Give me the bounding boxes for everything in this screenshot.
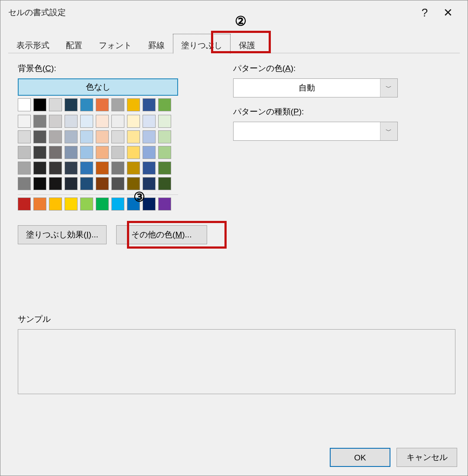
tab-border[interactable]: 罫線 [140, 34, 173, 54]
color-swatch[interactable] [33, 130, 46, 143]
color-swatch[interactable] [80, 115, 93, 128]
color-swatch[interactable] [143, 98, 156, 111]
dialog-footer: OK キャンセル [330, 448, 457, 467]
color-swatch[interactable] [143, 130, 156, 143]
color-swatch[interactable] [111, 162, 124, 175]
color-swatch[interactable] [127, 98, 140, 111]
color-swatch[interactable] [18, 115, 31, 128]
color-swatch[interactable] [65, 162, 78, 175]
color-swatch[interactable] [96, 130, 109, 143]
color-swatch[interactable] [111, 130, 124, 143]
color-swatch[interactable] [158, 130, 171, 143]
color-swatch[interactable] [65, 130, 78, 143]
color-swatch[interactable] [127, 130, 140, 143]
color-swatch[interactable] [49, 115, 62, 128]
color-swatch[interactable] [158, 98, 171, 111]
color-swatch[interactable] [96, 115, 109, 128]
theme-shade-row [18, 146, 207, 159]
color-swatch[interactable] [143, 115, 156, 128]
divider [18, 194, 178, 195]
color-swatch[interactable] [127, 177, 140, 190]
pattern-color-label: パターンの色(A): [233, 63, 455, 74]
color-swatch[interactable] [65, 177, 78, 190]
color-swatch[interactable] [127, 198, 140, 210]
color-swatch[interactable] [111, 146, 124, 159]
color-swatch[interactable] [65, 115, 78, 128]
color-swatch[interactable] [143, 177, 156, 190]
color-swatch[interactable] [96, 198, 109, 210]
color-swatch[interactable] [111, 115, 124, 128]
color-swatch[interactable] [33, 115, 46, 128]
titlebar: セルの書式設定 ? ✕ [0, 0, 468, 25]
color-swatch[interactable] [49, 162, 62, 175]
color-swatch[interactable] [49, 177, 62, 190]
color-swatch[interactable] [96, 146, 109, 159]
color-swatch[interactable] [127, 162, 140, 175]
close-button[interactable]: ✕ [436, 0, 460, 25]
color-swatch[interactable] [80, 146, 93, 159]
color-swatch[interactable] [49, 130, 62, 143]
color-swatch[interactable] [80, 162, 93, 175]
chevron-down-icon: ﹀ [380, 122, 397, 140]
tab-fill[interactable]: 塗りつぶし [173, 34, 231, 54]
color-swatch[interactable] [33, 98, 46, 111]
color-swatch[interactable] [96, 98, 109, 111]
color-swatch[interactable] [18, 98, 31, 111]
color-swatch[interactable] [158, 177, 171, 190]
color-swatch[interactable] [158, 198, 171, 210]
color-swatch[interactable] [18, 146, 31, 159]
color-swatch[interactable] [18, 177, 31, 190]
color-swatch[interactable] [49, 198, 62, 210]
tab-number[interactable]: 表示形式 [8, 34, 58, 54]
pattern-type-combo[interactable]: ﹀ [233, 122, 398, 141]
color-swatch[interactable] [33, 177, 46, 190]
format-cells-dialog: セルの書式設定 ? ✕ ② 表示形式 配置 フォント 罫線 塗りつぶし 保護 背… [0, 0, 468, 476]
color-swatch[interactable] [80, 130, 93, 143]
color-swatch[interactable] [158, 115, 171, 128]
pattern-type-value [234, 122, 380, 140]
color-swatch[interactable] [18, 198, 31, 210]
more-colors-button[interactable]: その他の色(M)... [116, 225, 207, 244]
color-swatch[interactable] [96, 177, 109, 190]
fill-buttons-row: 塗りつぶし効果(I)... その他の色(M)... [18, 225, 207, 244]
theme-shade-row [18, 115, 207, 128]
help-button[interactable]: ? [413, 0, 436, 25]
color-swatch[interactable] [111, 98, 124, 111]
color-swatch[interactable] [49, 98, 62, 111]
color-swatch[interactable] [33, 146, 46, 159]
pattern-color-combo[interactable]: 自動 ﹀ [233, 78, 398, 97]
color-swatch[interactable] [80, 98, 93, 111]
dialog-title: セルの書式設定 [8, 7, 413, 18]
ok-button[interactable]: OK [330, 448, 390, 467]
color-swatch[interactable] [65, 146, 78, 159]
tab-alignment[interactable]: 配置 [58, 34, 91, 54]
tab-bar: 表示形式 配置 フォント 罫線 塗りつぶし 保護 [8, 33, 460, 53]
color-swatch[interactable] [158, 146, 171, 159]
tab-protection[interactable]: 保護 [231, 34, 263, 54]
color-swatch[interactable] [158, 162, 171, 175]
color-swatch[interactable] [96, 162, 109, 175]
color-swatch[interactable] [143, 198, 156, 210]
color-swatch[interactable] [65, 198, 78, 210]
color-swatch[interactable] [111, 177, 124, 190]
color-swatch[interactable] [33, 198, 46, 210]
color-swatch[interactable] [127, 115, 140, 128]
fill-effects-button[interactable]: 塗りつぶし効果(I)... [18, 225, 107, 244]
color-swatch[interactable] [49, 146, 62, 159]
color-swatch[interactable] [65, 98, 78, 111]
color-swatch[interactable] [18, 130, 31, 143]
color-swatch[interactable] [111, 198, 124, 210]
tab-font[interactable]: フォント [91, 34, 140, 54]
color-swatch[interactable] [80, 177, 93, 190]
chevron-down-icon: ﹀ [380, 79, 397, 97]
tab-content: 背景色(C): 色なし 塗りつぶし効果(I)... その他の色(M)... ③ … [0, 53, 468, 249]
color-swatch[interactable] [127, 146, 140, 159]
no-color-button[interactable]: 色なし [18, 78, 178, 96]
color-swatch[interactable] [18, 162, 31, 175]
color-swatch[interactable] [143, 146, 156, 159]
pattern-color-value: 自動 [234, 79, 380, 97]
cancel-button[interactable]: キャンセル [396, 448, 457, 467]
color-swatch[interactable] [80, 198, 93, 210]
color-swatch[interactable] [33, 162, 46, 175]
color-swatch[interactable] [143, 162, 156, 175]
